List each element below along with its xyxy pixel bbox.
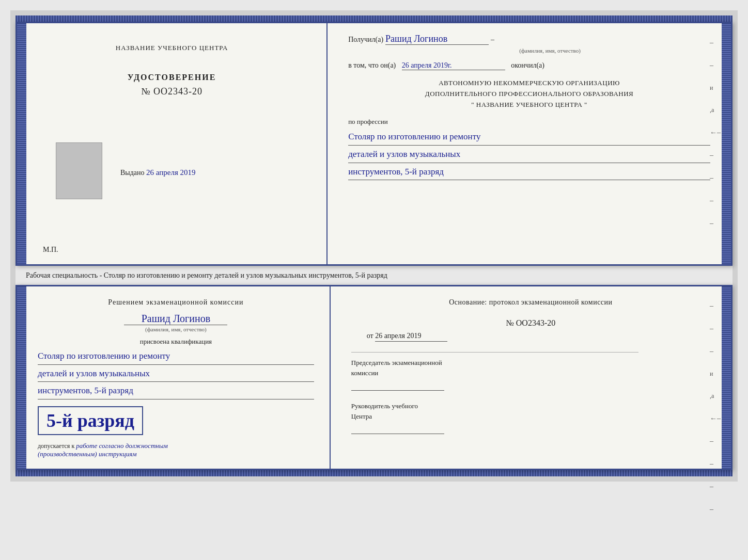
- cert-book-top: НАЗВАНИЕ УЧЕБНОГО ЦЕНТРА УДОСТОВЕРЕНИЕ №…: [15, 22, 733, 266]
- finished-label: окончил(а): [511, 61, 544, 69]
- top-left-page: НАЗВАНИЕ УЧЕБНОГО ЦЕНТРА УДОСТОВЕРЕНИЕ №…: [17, 23, 328, 264]
- issued-line: Выдано 26 апреля 2019: [120, 168, 311, 177]
- mp-line: М.П.: [43, 246, 311, 254]
- cert-main-label: УДОСТОВЕРЕНИЕ: [33, 73, 311, 82]
- protocol-number: № OO2343-20: [351, 318, 710, 328]
- bottom-left-page: Решением экзаменационной комиссии Рашид …: [17, 286, 331, 469]
- profession-block: Столяр по изготовлению и ремонту деталей…: [348, 129, 710, 180]
- qual-line1: Столяр по изготовлению и ремонту: [38, 348, 314, 365]
- issued-date-value: 26 апреля 2019: [146, 168, 196, 177]
- page-wrapper: НАЗВАНИЕ УЧЕБНОГО ЦЕНТРА УДОСТОВЕРЕНИЕ №…: [10, 10, 738, 482]
- head-sign-line: [351, 424, 444, 434]
- spec-text-content: Рабочая специальность - Столяр по изгото…: [26, 271, 387, 279]
- org-line3: " НАЗВАНИЕ УЧЕБНОГО ЦЕНТРА ": [348, 100, 710, 110]
- grade-label: 5-й разряд: [46, 410, 134, 431]
- profession-line1: Столяр по изготовлению и ремонту: [348, 129, 710, 146]
- qualification-label: присвоена квалификация: [38, 338, 314, 346]
- qual-line2: деталей и узлов музыкальных: [38, 366, 314, 382]
- bottom-right-page: – – – и ,а ←– – – – – Основание: протоко…: [331, 286, 731, 469]
- protocol-date: от 26 апреля 2019: [367, 332, 710, 342]
- date-label: в том, что он(а): [348, 61, 396, 69]
- date-section: в том, что он(а) 26 апреля 2019г. окончи…: [348, 61, 710, 70]
- recipient-line: Получил(а) Рашид Логинов –: [348, 34, 710, 45]
- bottom-recipient-name: Рашид Логинов: [124, 313, 227, 325]
- basis-title: Основание: протокол экзаменационной коми…: [351, 297, 710, 308]
- received-label: Получил(а): [348, 36, 383, 44]
- qual-line3: инструментов, 5-й разряд: [38, 383, 314, 399]
- org-line2: ДОПОЛНИТЕЛЬНОГО ПРОФЕССИОНАЛЬНОГО ОБРАЗО…: [348, 89, 710, 100]
- date-value: 26 апреля 2019г.: [402, 61, 505, 70]
- photo-placeholder: [56, 142, 102, 199]
- grade-highlight-box: 5-й разряд: [38, 406, 143, 435]
- name-caption-top: (фамилия, имя, отчество): [389, 47, 710, 54]
- chairman-title-line1: Председатель экзаменационной: [351, 358, 710, 368]
- decision-title: Решением экзаменационной комиссии: [38, 297, 314, 308]
- qualification-block: Столяр по изготовлению и ремонту деталей…: [38, 348, 314, 399]
- bottom-border-stripe: [15, 470, 733, 476]
- chairman-title-line2: комиссии: [351, 368, 710, 378]
- recipient-name: Рашид Логинов: [385, 34, 489, 45]
- cert-book-bottom: Решением экзаменационной комиссии Рашид …: [15, 285, 733, 470]
- org-line1: АВТОНОМНУЮ НЕКОММЕРЧЕСКУЮ ОРГАНИЗАЦИЮ: [348, 78, 710, 89]
- head-title-line2: Центра: [351, 411, 710, 422]
- head-block: Руководитель учебного Центра: [351, 401, 710, 434]
- top-left-title: НАЗВАНИЕ УЧЕБНОГО ЦЕНТРА: [33, 44, 311, 52]
- допускается-line: допускается к работе согласно должностны…: [38, 442, 314, 458]
- protocol-date-value: 26 апреля 2019: [375, 332, 447, 342]
- head-title-line1: Руководитель учебного: [351, 401, 710, 411]
- spec-text-between: Рабочая специальность - Столяр по изгото…: [15, 266, 733, 285]
- org-info: АВТОНОМНУЮ НЕКОММЕРЧЕСКУЮ ОРГАНИЗАЦИЮ ДО…: [348, 78, 710, 110]
- top-border-stripe: [15, 15, 733, 22]
- chairman-sign-line: [351, 380, 444, 391]
- profession-label: по профессии: [348, 118, 710, 126]
- chairman-block: Председатель экзаменационной комиссии: [351, 358, 710, 391]
- profession-line3: инструментов, 5-й разряд: [348, 164, 710, 181]
- top-right-page: – – и ,а ←– – – – – Получил(а) Рашид Лог…: [328, 23, 731, 264]
- right-side-marks: – – и ,а ←– – – – –: [710, 39, 721, 228]
- right-side-marks-bottom: – – – и ,а ←– – – – –: [710, 302, 721, 514]
- cert-number: № OO2343-20: [33, 86, 311, 97]
- bottom-name-caption: (фамилия, имя, отчество): [38, 326, 314, 332]
- work-type: работе согласно должностным: [76, 442, 168, 450]
- work-type2: (производственным) инструкциям: [38, 450, 137, 458]
- profession-line2: деталей и узлов музыкальных: [348, 147, 710, 163]
